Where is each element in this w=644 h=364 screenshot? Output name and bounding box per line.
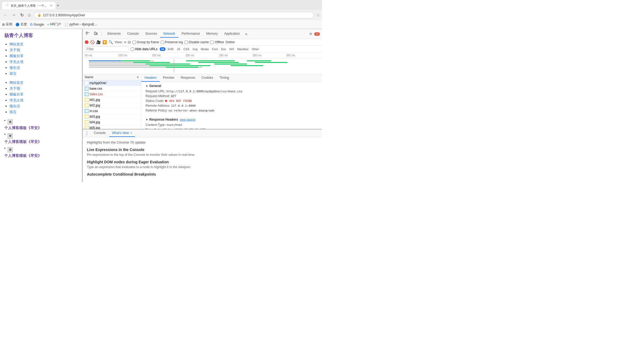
timeline-bars	[83, 58, 322, 73]
nav1-item-5[interactable]: 留言	[10, 72, 17, 76]
tab-memory[interactable]: Memory	[203, 30, 221, 38]
nav2-item-5[interactable]: 留言	[10, 110, 17, 114]
bookmarks-bar: ⊞ 应用 🔵 百度 G Google + HR门户 📄 python - dja…	[0, 20, 322, 29]
network-item-1[interactable]: base.css	[83, 86, 141, 92]
hide-data-urls-checkbox[interactable]	[131, 48, 134, 51]
nav2-item-0[interactable]: 网站首页	[10, 81, 23, 85]
bookmark-python[interactable]: 📄 python - django处...	[64, 22, 97, 27]
search-button[interactable]: 🔍	[108, 40, 113, 44]
svg-rect-12	[133, 62, 170, 63]
forward-button[interactable]: →	[11, 12, 17, 18]
disable-cache-option[interactable]: Disable cache	[184, 40, 209, 44]
filter-tag-other[interactable]: Other	[250, 47, 260, 51]
general-section-title[interactable]: General	[146, 84, 318, 88]
post-title-0[interactable]: 个人博客模板《早安》	[4, 126, 78, 130]
tab-sources[interactable]: Sources	[142, 30, 160, 38]
more-tabs-button[interactable]: »	[245, 32, 247, 36]
bookmark-baidu[interactable]: 🔵 百度	[15, 22, 27, 27]
request-url-value: http://127.0.0.1:8000/myAppOne/css/base.…	[167, 90, 243, 93]
filter-tag-all[interactable]: All	[160, 47, 166, 51]
tab-elements[interactable]: Elements	[104, 30, 124, 38]
whats-new-tab[interactable]: What's New ×	[109, 129, 135, 137]
preview-tab[interactable]: Preview	[160, 74, 178, 82]
preserve-log-option[interactable]: Preserve log	[161, 40, 183, 44]
bookmark-star-button[interactable]: ☆	[316, 13, 320, 18]
filter-tag-xhr[interactable]: XHR	[166, 47, 175, 51]
network-item-5[interactable]: m.css	[83, 108, 141, 114]
network-item-3[interactable]: b01.jpg	[83, 97, 141, 103]
hide-data-urls-option[interactable]: Hide data URLs	[131, 47, 158, 51]
file-icon-3	[85, 98, 88, 102]
timing-tab[interactable]: Timing	[216, 74, 232, 82]
nav1-item-0[interactable]: 网站首页	[10, 42, 23, 46]
filter-tag-manifest[interactable]: Manifest	[236, 47, 250, 51]
console-tabs: ⋮ Console What's New ×	[83, 129, 322, 137]
network-item-0[interactable]: myAppOne/	[83, 80, 141, 86]
reload-button[interactable]: ↻	[19, 12, 25, 18]
group-by-frame-checkbox[interactable]	[132, 41, 136, 44]
group-by-frame-option[interactable]: Group by frame	[132, 40, 159, 44]
screenshot-button[interactable]: 🎥	[96, 40, 101, 44]
bookmark-google[interactable]: G Google	[30, 23, 44, 26]
filter-tag-media[interactable]: Media	[199, 47, 210, 51]
ruler-mark-0: 50 ms	[85, 54, 118, 57]
tab-console[interactable]: Console	[124, 30, 142, 38]
view-list-button[interactable]: ≡	[124, 40, 126, 44]
whats-new-close-button[interactable]: ×	[130, 131, 132, 135]
view-source-link[interactable]: view source	[180, 118, 195, 121]
offline-checkbox[interactable]	[210, 41, 214, 44]
view-large-button[interactable]: ⊟	[128, 40, 131, 44]
address-bar[interactable]: 🔒 127.0.0.1:8000/myAppOne/	[34, 12, 314, 18]
nav2-item-1[interactable]: 关于我	[10, 86, 20, 90]
headers-tab[interactable]: Headers	[141, 74, 160, 82]
tab-application[interactable]: Application	[221, 30, 243, 38]
nav2-item-4[interactable]: 慢生活	[10, 104, 20, 108]
console-menu-button[interactable]: ⋮	[85, 131, 89, 136]
network-item-8[interactable]: b05.jpg	[83, 125, 141, 129]
bookmark-hr[interactable]: + HR门户	[47, 22, 61, 27]
console-tab[interactable]: Console	[91, 129, 108, 137]
network-item-6[interactable]: b03.jpg	[83, 114, 141, 120]
filter-input[interactable]	[85, 46, 128, 52]
close-details-button[interactable]: ×	[137, 75, 139, 79]
devtools-close-button[interactable]: ×	[309, 31, 312, 37]
response-headers-section-title[interactable]: Response Headers view source	[146, 118, 318, 121]
tab-performance[interactable]: Performance	[178, 30, 203, 38]
inspect-element-button[interactable]	[85, 31, 91, 37]
new-tab-button[interactable]: +	[55, 3, 61, 9]
post-title-1[interactable]: 个人博客模板《早安》	[4, 140, 78, 144]
nav1-item-2[interactable]: 模板分享	[10, 54, 23, 58]
filter-button[interactable]: 🔽	[102, 40, 107, 44]
network-item-4[interactable]: b02.jpg	[83, 103, 141, 108]
request-details-tabs: Headers Preview Response Cookies Timing	[141, 74, 322, 82]
disable-cache-checkbox[interactable]	[184, 41, 188, 44]
filter-tag-css[interactable]: CSS	[182, 47, 191, 51]
network-item-2[interactable]: index.css	[83, 92, 141, 97]
nav1-item-4[interactable]: 慢生活	[10, 66, 20, 70]
response-tab[interactable]: Response	[178, 74, 198, 82]
file-icon-2	[85, 92, 88, 96]
preserve-log-checkbox[interactable]	[161, 41, 164, 44]
record-button[interactable]	[85, 40, 88, 44]
filter-tag-font[interactable]: Font	[211, 47, 219, 51]
tab-close-button[interactable]: ×	[50, 3, 52, 8]
home-button[interactable]: ⌂	[27, 12, 32, 18]
nav1-item-3[interactable]: 学无止境	[10, 60, 23, 64]
back-button[interactable]: ←	[2, 12, 9, 18]
cookies-tab[interactable]: Cookies	[198, 74, 216, 82]
filter-tag-js[interactable]: JS	[175, 47, 182, 51]
post-title-2[interactable]: 个人博客模板《早安》	[4, 153, 78, 158]
device-toggle-button[interactable]	[93, 31, 99, 37]
nav2-item-2[interactable]: 模板分享	[10, 92, 23, 96]
browser-tab[interactable]: 📄 首页_杨青个人博客 - 一个站在w... ×	[2, 2, 55, 9]
filter-tag-img[interactable]: Img	[191, 47, 199, 51]
bookmark-apps[interactable]: ⊞ 应用	[2, 22, 12, 27]
nav1-item-1[interactable]: 关于我	[10, 48, 20, 52]
filter-tag-ws[interactable]: WS	[228, 47, 236, 51]
clear-button[interactable]: 🚫	[90, 40, 95, 44]
tab-network[interactable]: Network	[160, 30, 178, 38]
nav2-item-3[interactable]: 学无止境	[10, 98, 23, 102]
network-item-7[interactable]: b04.jpg	[83, 120, 141, 125]
offline-option[interactable]: Offline	[210, 40, 224, 44]
filter-tag-doc[interactable]: Doc	[220, 47, 228, 51]
